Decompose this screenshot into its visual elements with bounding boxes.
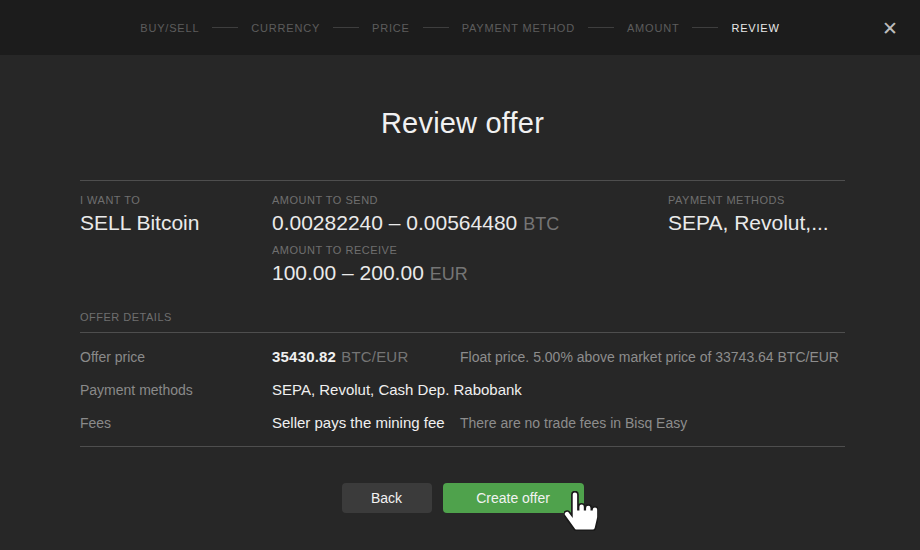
detail-row-offer-price: Offer price 35430.82BTC/EUR Float price.… [80,340,845,373]
step-payment-method[interactable]: PAYMENT METHOD [462,22,575,34]
divider [80,446,845,447]
amount-to-receive-value: 100.00 – 200.00EUR [272,261,668,285]
offer-price-value: 35430.82BTC/EUR [272,348,460,365]
step-review[interactable]: REVIEW [731,22,779,34]
divider [80,332,845,333]
step-price[interactable]: PRICE [372,22,410,34]
amount-to-send-label: AMOUNT TO SEND [272,194,668,206]
step-connector [333,27,359,28]
offer-details-heading: OFFER DETAILS [80,311,845,323]
amount-to-send-unit: BTC [523,214,559,234]
step-connector [692,27,718,28]
amount-to-receive-range: 100.00 – 200.00 [272,261,424,284]
i-want-to-value: SELL Bitcoin [80,211,272,235]
summary-cell-amount-to-receive: AMOUNT TO RECEIVE 100.00 – 200.00EUR [272,244,668,285]
payment-methods-row-label: Payment methods [80,382,272,398]
amount-to-send-value: 0.00282240 – 0.00564480BTC [272,211,668,235]
offer-summary: I WANT TO SELL Bitcoin AMOUNT TO SEND 0.… [80,180,845,285]
wizard-stepper: BUY/SELL CURRENCY PRICE PAYMENT METHOD A… [140,22,779,34]
payment-methods-row-value: SEPA, Revolut, Cash Dep. Rabobank [272,381,460,398]
create-offer-button[interactable]: Create offer [443,483,584,513]
fees-description: There are no trade fees in Bisq Easy [460,415,845,431]
step-currency[interactable]: CURRENCY [251,22,320,34]
action-buttons: Back Create offer [80,483,845,513]
amount-to-receive-label: AMOUNT TO RECEIVE [272,244,668,256]
close-icon[interactable]: ✕ [878,14,902,41]
fees-value: Seller pays the mining fee [272,414,460,431]
wizard-top-bar: BUY/SELL CURRENCY PRICE PAYMENT METHOD A… [0,0,920,55]
review-offer-panel: Review offer I WANT TO SELL Bitcoin AMOU… [0,107,920,513]
step-buy-sell[interactable]: BUY/SELL [140,22,199,34]
back-button[interactable]: Back [342,483,432,513]
step-amount[interactable]: AMOUNT [627,22,679,34]
offer-price-unit: BTC/EUR [341,348,408,365]
offer-price-label: Offer price [80,349,272,365]
step-connector [588,27,614,28]
offer-price-number: 35430.82 [272,348,336,365]
amount-to-receive-unit: EUR [430,264,468,284]
summary-cell-direction: I WANT TO SELL Bitcoin [80,194,272,235]
step-connector [212,27,238,28]
i-want-to-label: I WANT TO [80,194,272,206]
step-connector [423,27,449,28]
fees-label: Fees [80,415,272,431]
offer-price-description: Float price. 5.00% above market price of… [460,349,845,365]
payment-methods-value: SEPA, Revolut,... [668,211,845,235]
amount-to-send-range: 0.00282240 – 0.00564480 [272,211,517,234]
offer-details-rows: Offer price 35430.82BTC/EUR Float price.… [80,340,845,439]
summary-cell-amount-to-send: AMOUNT TO SEND 0.00282240 – 0.00564480BT… [272,194,668,235]
detail-row-fees: Fees Seller pays the mining fee There ar… [80,406,845,439]
detail-row-payment-methods: Payment methods SEPA, Revolut, Cash Dep.… [80,373,845,406]
summary-cell-payment-methods: PAYMENT METHODS SEPA, Revolut,... [668,194,845,235]
payment-methods-label: PAYMENT METHODS [668,194,845,206]
page-title: Review offer [80,107,845,140]
